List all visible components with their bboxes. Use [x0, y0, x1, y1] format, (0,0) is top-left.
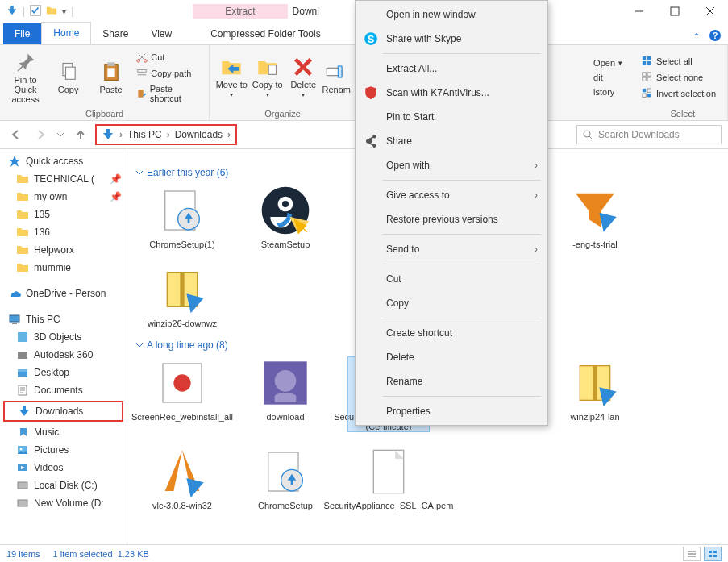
file-item[interactable]: winzip24-lan — [555, 357, 635, 431]
sidebar-quick-access[interactable]: Quick access — [0, 152, 127, 170]
select-none-button[interactable]: Select none — [639, 70, 719, 85]
shield-icon — [364, 85, 378, 100]
file-label: ChromeSetup — [258, 501, 313, 510]
search-input[interactable]: Search Downloads — [576, 125, 722, 144]
extract-context-tab[interactable]: Extract — [193, 4, 287, 19]
tab-view[interactable]: View — [139, 23, 183, 44]
sidebar-item[interactable]: mummie — [0, 259, 127, 277]
file-item[interactable]: SecurityAppliance_SSL_CA.pem — [348, 446, 429, 510]
sidebar-item[interactable]: New Volume (D: — [0, 494, 127, 512]
ribbon-collapse-icon[interactable]: ⌃ — [693, 31, 701, 43]
chevron-icon: › — [167, 129, 170, 140]
chevron-icon: › — [119, 129, 123, 140]
sidebar-item[interactable]: Helpworx — [0, 241, 127, 259]
delete-button[interactable]: Delete ▾ — [286, 51, 321, 104]
sidebar-item[interactable]: Videos — [0, 459, 127, 477]
breadcrumb-pc[interactable]: This PC — [127, 129, 162, 140]
sidebar-item[interactable]: 136 — [0, 223, 127, 241]
invert-selection-button[interactable]: Invert selection — [639, 86, 719, 101]
copy-path-button[interactable]: Copy path — [133, 66, 204, 81]
paste-button[interactable]: Paste — [90, 51, 131, 104]
tab-home[interactable]: Home — [41, 22, 91, 44]
svg-rect-61 — [713, 551, 717, 553]
cut-button[interactable]: Cut — [133, 50, 204, 65]
file-item[interactable]: -eng-ts-trial — [555, 185, 635, 249]
history-button[interactable]: istory — [590, 85, 618, 98]
search-icon — [582, 129, 593, 140]
file-item[interactable]: ChromeSetup — [245, 446, 326, 510]
ctx-cut[interactable]: Cut — [356, 267, 547, 291]
view-details-button[interactable] — [683, 547, 701, 561]
svg-rect-31 — [18, 332, 27, 342]
ctx-open-with[interactable]: Open with› — [356, 153, 547, 177]
help-icon[interactable]: ? — [709, 29, 722, 44]
paste-shortcut-button[interactable]: Paste shortcut — [133, 82, 204, 105]
sidebar-downloads[interactable]: Downloads — [3, 401, 123, 422]
nav-history-button[interactable] — [55, 125, 66, 144]
minimize-button[interactable] — [622, 0, 657, 23]
ctx-open-new-window[interactable]: Open in new window — [356, 2, 547, 27]
pin-quick-access-button[interactable]: Pin to Quick access — [5, 51, 46, 104]
ctx-share[interactable]: Share — [356, 129, 547, 153]
sidebar-this-pc[interactable]: This PC — [0, 310, 127, 328]
ctx-copy[interactable]: Copy — [356, 291, 547, 315]
copy-to-button[interactable]: Copy to ▾ — [251, 51, 285, 104]
copy-button[interactable]: Copy — [48, 51, 89, 104]
sidebar-item[interactable]: Local Disk (C:) — [0, 477, 127, 494]
rename-button[interactable]: Renam — [322, 51, 351, 104]
tab-file[interactable]: File — [3, 23, 41, 44]
nav-up-button[interactable] — [71, 125, 90, 144]
status-selected: 1 item selected — [53, 549, 113, 559]
ctx-share-skype[interactable]: SShare with Skype — [356, 27, 547, 51]
nav-forward-button[interactable] — [31, 125, 50, 144]
sidebar-item[interactable]: 3D Objects — [0, 328, 127, 346]
select-all-button[interactable]: Select all — [639, 54, 719, 69]
sidebar-item[interactable]: Autodesk 360 — [0, 346, 127, 364]
checkbox-icon[interactable] — [30, 5, 41, 19]
down-arrow-icon[interactable] — [6, 5, 18, 19]
file-item[interactable]: download — [245, 357, 326, 431]
ctx-extract-all[interactable]: Extract All... — [356, 56, 547, 81]
ctx-delete[interactable]: Delete — [356, 345, 547, 369]
file-item[interactable]: ChromeSetup(1) — [142, 185, 223, 249]
breadcrumb-downloads[interactable]: Downloads — [175, 129, 223, 140]
sidebar-item[interactable]: Documents — [0, 381, 127, 399]
view-icons-button[interactable] — [704, 547, 722, 561]
sidebar-item[interactable]: Desktop — [0, 364, 127, 381]
open-button[interactable]: Open ▾ — [590, 56, 626, 69]
nav-back-button[interactable] — [6, 125, 26, 144]
sidebar-item[interactable]: 135 — [0, 206, 127, 223]
ctx-properties[interactable]: Properties — [356, 399, 547, 423]
file-label: SecurityAppliance_SSL_CA.pem — [324, 501, 454, 510]
file-item[interactable]: winzip26-downwz — [142, 264, 223, 328]
tab-compressed-tools[interactable]: Compressed Folder Tools — [199, 23, 332, 44]
file-item[interactable]: ScreenRec_webinstall_all — [142, 357, 223, 431]
ctx-send-to[interactable]: Send to› — [356, 237, 547, 261]
chevron-right-icon: › — [535, 160, 538, 171]
maximize-button[interactable] — [657, 0, 693, 23]
tab-share[interactable]: Share — [91, 23, 139, 44]
sidebar-item[interactable]: Music — [0, 423, 127, 441]
ctx-create-shortcut[interactable]: Create shortcut — [356, 321, 547, 345]
svg-text:?: ? — [713, 31, 718, 40]
file-item[interactable]: vlc-3.0.8-win32 — [142, 446, 223, 510]
sidebar-onedrive[interactable]: OneDrive - Person — [0, 285, 127, 302]
svg-rect-25 — [647, 88, 651, 91]
edit-button[interactable]: dit — [590, 71, 606, 84]
folder-icon[interactable] — [46, 5, 57, 19]
breadcrumb[interactable]: › This PC › Downloads › — [95, 124, 237, 145]
ctx-pin-start[interactable]: Pin to Start — [356, 105, 547, 129]
close-button[interactable] — [693, 0, 728, 23]
ctx-rename[interactable]: Rename — [356, 369, 547, 393]
svg-rect-11 — [138, 69, 147, 72]
file-item[interactable]: SteamSetup — [245, 185, 326, 249]
sidebar-item[interactable]: TECHNICAL (📌 — [0, 170, 127, 188]
sidebar-item[interactable]: Pictures — [0, 441, 127, 459]
svg-rect-12 — [139, 90, 144, 97]
move-to-button[interactable]: Move to ▾ — [214, 51, 249, 104]
sidebar-item[interactable]: my own📌 — [0, 188, 127, 206]
paste-label: Paste — [100, 85, 123, 94]
ctx-scan-av[interactable]: Scan with K7AntiVirus... — [356, 81, 547, 105]
ctx-give-access[interactable]: Give access to› — [356, 183, 547, 207]
ctx-restore-versions[interactable]: Restore previous versions — [356, 207, 547, 231]
